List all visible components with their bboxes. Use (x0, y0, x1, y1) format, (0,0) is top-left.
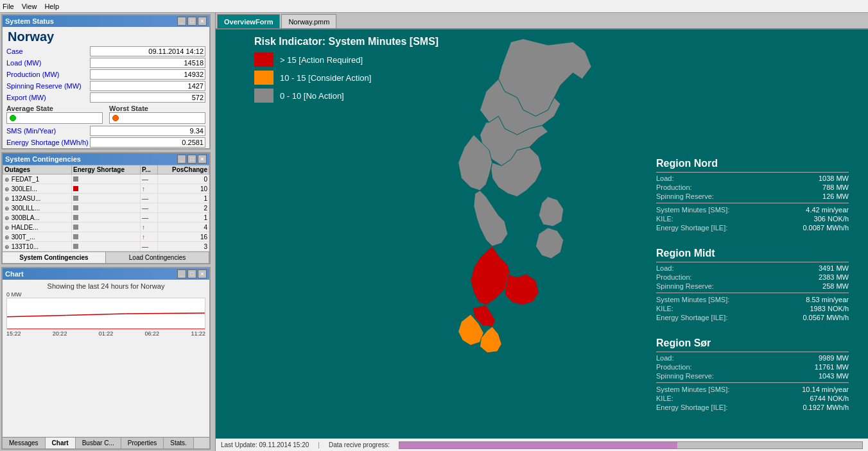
expand-icon[interactable]: ⊕ (4, 176, 10, 183)
table-row[interactable]: ⊕ HALDE... ↑ 4 (3, 223, 209, 232)
table-row[interactable]: ⊕ 300BLA... — 1 (3, 213, 209, 223)
chart-area (6, 298, 205, 330)
region-midt-sms-label: System Minutes [SMS]: (656, 296, 729, 303)
case-label: Case (6, 47, 90, 55)
chart-close-btn[interactable]: × (198, 269, 207, 278)
avg-state-dot (10, 115, 16, 121)
chart-time-0: 15:22 (6, 330, 21, 337)
tab-properties[interactable]: Properties (121, 438, 164, 448)
system-status-panel: System Status _ □ × Norway Case 09.11.20… (1, 14, 211, 149)
contingencies-title: System Contingencies (5, 155, 81, 163)
tab-load-contingencies[interactable]: Load Contingencies (106, 252, 209, 263)
spinning-label: Spinning Reserve (MW) (6, 82, 90, 90)
expand-icon[interactable]: ⊕ (4, 215, 10, 221)
arrow-icon: ↑ (142, 224, 145, 231)
menu-file[interactable]: File (3, 3, 14, 10)
region-nord-spin-value: 126 MW (797, 192, 849, 200)
region-midt-spin-label: Spinning Reserve: (656, 282, 714, 290)
expand-icon[interactable]: ⊕ (4, 196, 10, 202)
case-value: 09.11.2014 14:12 (90, 46, 205, 56)
arrow-icon: — (142, 176, 148, 183)
svg-line-3 (126, 313, 205, 314)
restore-btn[interactable]: □ (187, 17, 196, 26)
region-nord-sms-row: System Minutes [SMS]: 4.42 min/year (656, 206, 849, 214)
region-midt-load-value: 3491 MW (797, 264, 849, 272)
expand-icon[interactable]: ⊕ (4, 186, 10, 192)
tab-system-contingencies[interactable]: System Contingencies (3, 252, 106, 263)
col-header-p: P... (140, 166, 157, 174)
chart-svg (7, 298, 205, 329)
win-buttons: _ □ × (177, 17, 207, 26)
region-sor-load-label: Load: (656, 354, 674, 362)
chart-minimize-btn[interactable]: _ (177, 269, 186, 278)
region-midt-energy-row: Energy Shortage [ILE]: 0.0567 MWh/h (656, 314, 849, 321)
region-sor-sms-row: System Minutes [SMS]: 10.14 min/year (656, 386, 849, 393)
production-row: Production (MW) 14932 (3, 69, 209, 80)
expand-icon[interactable]: ⊕ (4, 244, 10, 250)
region-title: Norway (3, 27, 209, 46)
table-row[interactable]: ⊕ 132ASU... — 1 (3, 194, 209, 203)
region-midt-load-row: Load: 3491 MW (656, 264, 849, 272)
export-value: 572 (90, 92, 205, 103)
progress-bar-fill (399, 442, 677, 448)
tab-norway-pmm[interactable]: Norway.pmm (281, 14, 336, 28)
region-midt-kile-value: 1983 NOK/h (797, 305, 849, 312)
contingencies-titlebar: System Contingencies _ □ × (3, 153, 209, 165)
table-row[interactable]: ⊕ 300T_... ↑ 16 (3, 232, 209, 242)
region-midt-prod-row: Production: 2383 MW (656, 273, 849, 281)
tab-stats[interactable]: Stats. (164, 438, 194, 448)
region-midt-energy-label: Energy Shortage [ILE]: (656, 314, 727, 321)
chart-restore-btn[interactable]: □ (187, 269, 196, 278)
region-midt-spin-row: Spinning Reserve: 258 MW (656, 282, 849, 290)
chart-mw-label: 0 MW (6, 291, 205, 298)
chart-titlebar: Chart _ □ × (3, 268, 209, 280)
tab-busbar[interactable]: Busbar C... (76, 438, 121, 448)
map-content: Risk Indicator: System Minutes [SMS] > 1… (216, 30, 868, 438)
table-row[interactable]: ⊕ 300LEI... ↑ 10 (3, 184, 209, 194)
region-midt-load-label: Load: (656, 264, 674, 272)
energy-shortage-value: 0.2581 (90, 137, 205, 148)
close-btn[interactable]: × (198, 17, 207, 26)
contingency-tabs: System Contingencies Load Contingencies (3, 251, 209, 263)
region-midt-sms-value: 8.53 min/year (797, 296, 849, 303)
table-row[interactable]: ⊕ FEDAT_1 — 0 (3, 174, 209, 184)
table-row[interactable]: ⊕ 300LILL... — 2 (3, 203, 209, 213)
cont-close-btn[interactable]: × (198, 155, 207, 164)
region-nord-load-value: 1038 MW (797, 174, 849, 182)
tab-messages[interactable]: Messages (3, 438, 46, 448)
table-row[interactable]: ⊕ 133T10... — 3 (3, 242, 209, 251)
worst-state-indicator (109, 112, 205, 124)
avg-state-label: Average State (6, 105, 103, 112)
system-status-titlebar: System Status _ □ × (3, 15, 209, 27)
cont-restore-btn[interactable]: □ (187, 155, 196, 164)
region-nord-sms-divider (656, 203, 849, 203)
cont-minimize-btn[interactable]: _ (177, 155, 186, 164)
region-sor-load-row: Load: 9989 MW (656, 354, 849, 362)
tab-chart[interactable]: Chart (46, 438, 76, 448)
expand-icon[interactable]: ⊕ (4, 205, 10, 212)
tab-overview-form[interactable]: OverviewForm (217, 14, 280, 28)
region-nord-energy-label: Energy Shortage [ILE]: (656, 224, 727, 232)
menu-help[interactable]: Help (44, 3, 59, 10)
expand-icon[interactable]: ⊕ (4, 225, 10, 231)
arrow-icon: — (142, 243, 148, 250)
region-sor-energy-label: Energy Shortage [ILE]: (656, 404, 727, 411)
energy-shortage-row: Energy Shortage (MWh/h) 0.2581 (3, 137, 209, 148)
menu-view[interactable]: View (22, 3, 37, 10)
chart-subtitle: Showing the last 24 hours for Norway (6, 282, 205, 290)
region-sor-spin-row: Spinning Reserve: 1043 MW (656, 372, 849, 380)
spinning-value: 1427 (90, 81, 205, 91)
region-midt-prod-value: 2383 MW (797, 273, 849, 281)
bar-icon (73, 215, 78, 220)
chart-win-buttons: _ □ × (177, 269, 207, 278)
spinning-row: Spinning Reserve (MW) 1427 (3, 80, 209, 92)
region-nord-load-row: Load: 1038 MW (656, 174, 849, 182)
bar-icon (73, 186, 78, 191)
minimize-btn[interactable]: _ (177, 17, 186, 26)
region-sor-load-value: 9989 MW (797, 354, 849, 362)
bar-icon (73, 205, 78, 210)
status-bar: Last Update: 09.11.2014 15:20 | Data rec… (216, 438, 868, 451)
expand-icon[interactable]: ⊕ (4, 234, 10, 241)
main-tab-bar: OverviewForm Norway.pmm (216, 13, 868, 30)
contingencies-scroll[interactable]: Outages Energy Shortage P... PosChange ⊕… (3, 165, 209, 251)
